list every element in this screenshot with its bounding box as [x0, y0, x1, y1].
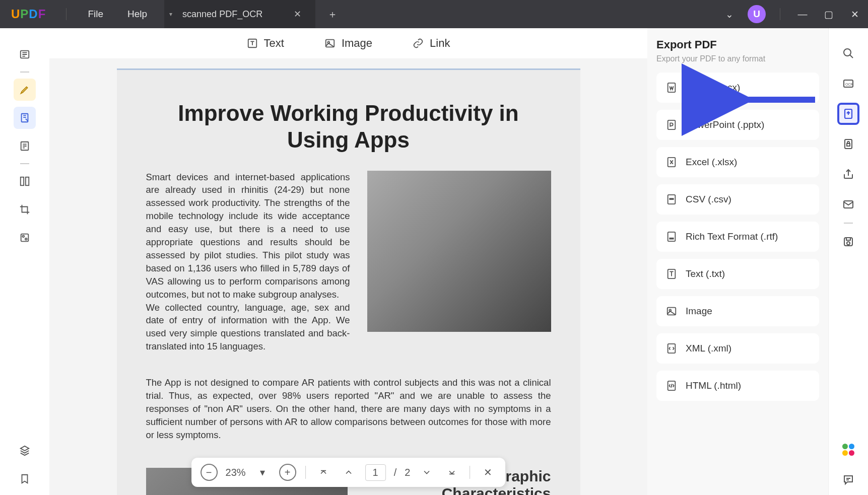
save-icon[interactable] [837, 231, 859, 253]
export-image-button[interactable]: Image [656, 296, 819, 326]
ai-assistant-icon[interactable] [837, 439, 859, 461]
organize-icon[interactable] [14, 170, 36, 192]
total-pages: 2 [405, 467, 410, 478]
export-panel-title: Export PDF [656, 38, 819, 51]
svg-rect-12 [668, 120, 676, 129]
close-tab-icon[interactable]: ✕ [280, 9, 301, 20]
file-text-icon [665, 268, 678, 280]
user-avatar[interactable]: U [748, 5, 766, 23]
pdf-page: Improve Working Productivity in Using Ap… [117, 68, 580, 495]
close-nav-button[interactable]: ✕ [479, 464, 496, 481]
edit-link-button[interactable]: Link [413, 37, 450, 50]
page-input[interactable]: 1 [365, 464, 386, 481]
document-image [367, 171, 551, 332]
export-word-button[interactable]: Word (.docx) [656, 73, 819, 103]
export-format-label: Image [686, 306, 712, 317]
file-xml-icon [665, 342, 678, 355]
menu-file[interactable]: File [76, 9, 115, 20]
search-icon[interactable] [837, 42, 859, 64]
tab-title: scanned PDF_OCR [182, 9, 262, 20]
export-format-label: Rich Text Format (.rtf) [686, 231, 778, 242]
window-maximize-button[interactable]: ▢ [816, 0, 842, 28]
export-format-label: PowerPoint (.pptx) [686, 119, 764, 130]
bookmark-icon[interactable] [14, 468, 36, 490]
doc-paragraph: The App is not designed to compare AR pa… [146, 376, 551, 441]
edit-image-button[interactable]: Image [324, 37, 372, 50]
file-excel-icon [665, 156, 678, 168]
file-word-icon [665, 82, 678, 94]
export-xml-button[interactable]: XML (.xml) [656, 333, 819, 364]
zoom-dropdown-icon[interactable]: ▾ [254, 464, 271, 481]
toolbar-divider [20, 163, 29, 164]
svg-rect-3 [21, 177, 24, 186]
edit-link-label: Link [430, 37, 450, 50]
zoom-in-button[interactable]: + [279, 464, 296, 481]
svg-rect-28 [847, 144, 850, 146]
tools-icon[interactable] [14, 227, 36, 249]
toolbar-divider [844, 223, 853, 224]
crop-icon[interactable] [14, 198, 36, 221]
export-format-label: XML (.xml) [686, 343, 731, 354]
doc-title: Improve Working Productivity in Using Ap… [146, 100, 551, 154]
doc-paragraph: We collected country, language, age, sex… [146, 301, 350, 353]
export-pdf-icon[interactable] [837, 103, 859, 125]
document-tab[interactable]: ▾ scanned PDF_OCR ✕ [164, 0, 315, 28]
document-viewport[interactable]: Improve Working Productivity in Using Ap… [49, 58, 647, 495]
file-csv-icon [665, 193, 678, 205]
toolbar-divider [20, 72, 29, 73]
highlighter-icon[interactable] [14, 79, 36, 101]
layers-icon[interactable] [14, 440, 36, 462]
svg-text:OCR: OCR [845, 83, 853, 86]
edit-mode-icon[interactable] [14, 107, 36, 129]
nav-separator [470, 466, 470, 479]
edit-text-button[interactable]: Text [247, 37, 284, 50]
pages-icon[interactable] [14, 135, 36, 157]
svg-point-6 [22, 235, 24, 237]
svg-rect-31 [846, 238, 850, 240]
export-csv-button[interactable]: CSV (.csv) [656, 184, 819, 215]
file-rtf-icon [665, 231, 678, 243]
menu-help[interactable]: Help [115, 9, 159, 20]
svg-point-23 [844, 49, 851, 56]
svg-point-7 [25, 238, 27, 240]
new-tab-button[interactable]: ＋ [315, 8, 350, 21]
export-powerpoint-button[interactable]: PowerPoint (.pptx) [656, 110, 819, 140]
export-format-label: Excel (.xlsx) [686, 157, 737, 168]
prev-page-button[interactable] [340, 464, 357, 481]
export-rtf-button[interactable]: Rich Text Format (.rtf) [656, 222, 819, 252]
export-txt-button[interactable]: Text (.txt) [656, 259, 819, 289]
next-page-button[interactable] [418, 464, 435, 481]
window-close-button[interactable]: ✕ [842, 0, 868, 28]
svg-rect-17 [669, 238, 674, 240]
first-page-button[interactable] [315, 464, 332, 481]
text-icon [247, 38, 258, 49]
comment-icon[interactable] [837, 469, 859, 491]
tabs-dropdown-icon[interactable]: ⌄ [716, 0, 743, 28]
reader-mode-icon[interactable] [14, 43, 36, 65]
link-icon [413, 38, 424, 49]
right-toolbar: OCR [829, 28, 868, 495]
svg-rect-15 [669, 198, 674, 200]
export-html-button[interactable]: HTML (.html) [656, 371, 819, 401]
export-format-label: CSV (.csv) [686, 194, 731, 205]
nav-separator [305, 466, 306, 479]
edit-text-label: Text [264, 37, 284, 50]
zoom-value: 23% [226, 467, 246, 478]
export-panel-subtitle: Export your PDF to any format [656, 54, 819, 63]
email-icon[interactable] [837, 193, 859, 216]
zoom-out-button[interactable]: − [201, 464, 218, 481]
page-separator: / [394, 467, 397, 478]
svg-rect-4 [26, 177, 29, 186]
svg-point-32 [847, 242, 850, 245]
edit-toolbar: Text Image Link [49, 28, 647, 58]
protect-icon[interactable] [837, 133, 859, 155]
window-minimize-button[interactable]: — [789, 0, 816, 28]
file-image-icon [665, 305, 678, 317]
export-excel-button[interactable]: Excel (.xlsx) [656, 147, 819, 177]
titlebar-separator [780, 8, 780, 20]
export-format-label: HTML (.html) [686, 380, 741, 391]
tab-dropdown-icon[interactable]: ▾ [169, 11, 172, 18]
last-page-button[interactable] [443, 464, 460, 481]
share-icon[interactable] [837, 163, 859, 185]
export-format-label: Text (.txt) [686, 268, 725, 279]
